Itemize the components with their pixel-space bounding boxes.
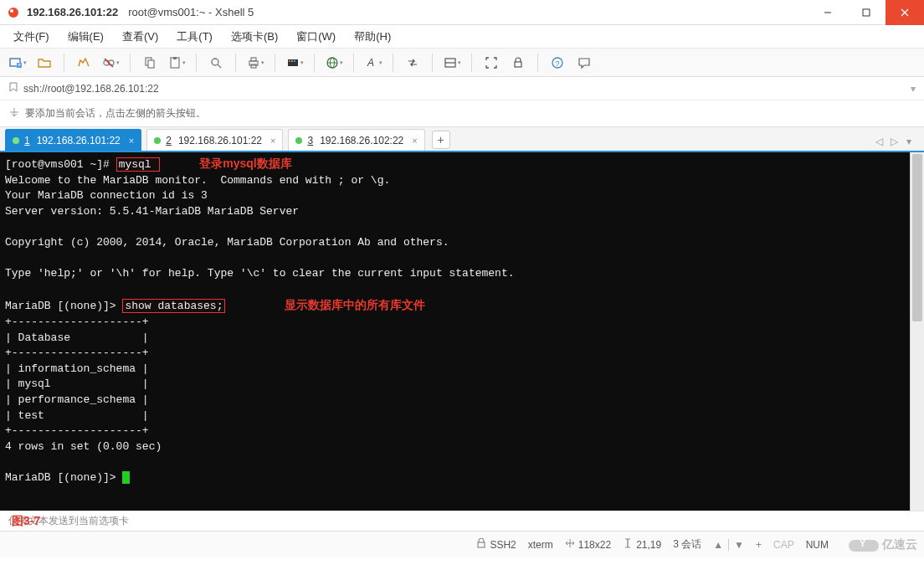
separator [432, 54, 433, 72]
minimize-button[interactable] [808, 0, 847, 25]
tab-nav-right-icon[interactable]: ▷ [887, 136, 901, 147]
cursor-block [122, 471, 130, 484]
status-size-text: 118x22 [578, 539, 611, 551]
term-line: Your MariaDB connection id is 3 [5, 189, 208, 202]
svg-line-17 [218, 64, 221, 68]
tab-2[interactable]: 2 192.168.26.101:22 × [146, 129, 283, 151]
status-plus[interactable]: + [756, 539, 762, 551]
hint-text: 要添加当前会话，点击左侧的箭头按钮。 [25, 106, 206, 121]
status-protocol: SSH2 [476, 538, 516, 551]
terminal-wrap: [root@vms001 ~]# mysql 登录mysql数据库 Welcom… [0, 152, 924, 511]
svg-rect-13 [148, 60, 154, 68]
svg-rect-24 [294, 60, 295, 62]
menu-help[interactable]: 帮助(H) [347, 26, 398, 48]
separator [314, 54, 315, 72]
svg-point-16 [212, 59, 218, 65]
title-session: 192.168.26.101:22 [27, 6, 118, 18]
status-term-type: xterm [528, 539, 553, 551]
term-line: Welcome to the MariaDB monitor. Commands… [5, 174, 390, 187]
open-session-icon[interactable] [32, 51, 57, 74]
tab-close-icon[interactable]: × [412, 136, 417, 146]
address-dropdown-icon[interactable]: ▾ [911, 83, 916, 95]
tab-close-icon[interactable]: × [270, 136, 275, 146]
annotation-show-db: 显示数据库中的所有库文件 [285, 298, 425, 311]
status-bar: SSH2 xterm 118x22 21,19 3 会话 ▲ ▼ + CAP N… [0, 531, 924, 557]
local-status-bar: 仅将文本发送到当前选项卡 图3-7 [0, 511, 924, 531]
tab-close-icon[interactable]: × [129, 136, 134, 146]
status-size: 118x22 [565, 538, 611, 551]
language-icon[interactable]: ▾ [321, 51, 346, 74]
scrollbar-thumb[interactable] [912, 154, 922, 321]
svg-point-0 [8, 8, 18, 18]
menu-tools[interactable]: 工具(T) [170, 26, 219, 48]
prompt-3: MariaDB [(none)]> [5, 471, 122, 484]
terminal-scrollbar[interactable] [910, 152, 924, 511]
terminal[interactable]: [root@vms001 ~]# mysql 登录mysql数据库 Welcom… [0, 152, 924, 511]
reconnect-icon[interactable] [71, 51, 96, 74]
tab-nav: ◁ ▷ ▾ [872, 136, 919, 147]
window-controls [808, 0, 924, 25]
search-icon[interactable] [203, 51, 228, 74]
font-icon[interactable]: A▾ [361, 51, 386, 74]
fullscreen-icon[interactable] [479, 51, 504, 74]
toolbar: +▾ ▾ ▾ ▾ ▾ ▾ A▾ ▾ ? [0, 49, 924, 77]
help-icon[interactable]: ? [545, 51, 570, 74]
status-cursor-text: 21,19 [636, 539, 661, 551]
sessions-up-icon[interactable]: ▲ [713, 539, 723, 551]
svg-rect-23 [291, 60, 293, 62]
separator [130, 54, 131, 72]
tab-bar: 1 192.168.26.101:22 × 2 192.168.26.101:2… [0, 127, 924, 152]
copy-icon[interactable] [137, 51, 162, 74]
term-line: | test | [5, 409, 149, 422]
figure-label: 图3-7 [12, 514, 40, 529]
term-line: +--------------------+ [5, 316, 149, 328]
menu-view[interactable]: 查看(V) [116, 26, 165, 48]
status-cursor: 21,19 [623, 538, 661, 551]
svg-rect-34 [478, 542, 485, 547]
address-text[interactable]: ssh://root@192.168.26.101:22 [23, 83, 159, 95]
color-scheme-icon[interactable]: ▾ [282, 51, 307, 74]
address-bar: ssh://root@192.168.26.101:22 ▾ [0, 77, 924, 100]
titlebar: 192.168.26.101:22 root@vms001:~ - Xshell… [0, 0, 924, 25]
paste-icon[interactable]: ▾ [164, 51, 189, 74]
tab-nav-left-icon[interactable]: ◁ [872, 136, 886, 147]
tab-label: 192.168.26.101:22 [37, 135, 121, 146]
status-protocol-text: SSH2 [490, 539, 516, 551]
feedback-icon[interactable] [572, 51, 597, 74]
separator [353, 54, 354, 72]
new-session-icon[interactable]: +▾ [5, 51, 30, 74]
watermark-text: 亿速云 [882, 537, 917, 552]
tab-nav-menu-icon[interactable]: ▾ [902, 136, 916, 147]
tab-1[interactable]: 1 192.168.26.101:22 × [5, 129, 141, 151]
separator [471, 54, 472, 72]
annotation-login: 登录mysql数据库 [199, 157, 291, 170]
menu-tabs[interactable]: 选项卡(B) [224, 26, 285, 48]
highlight-mysql-cmd: mysql [116, 157, 161, 172]
hint-bar: 要添加当前会话，点击左侧的箭头按钮。 [0, 100, 924, 127]
resize-icon [565, 538, 575, 551]
bookmark-icon[interactable] [8, 82, 18, 95]
menu-window[interactable]: 窗口(W) [290, 26, 342, 48]
term-line: Server version: 5.5.41-MariaDB MariaDB S… [5, 205, 299, 218]
menu-edit[interactable]: 编辑(E) [61, 26, 110, 48]
close-button[interactable] [886, 0, 924, 25]
highlight-show-db-cmd: show databases; [122, 299, 225, 313]
menubar: 文件(F) 编辑(E) 查看(V) 工具(T) 选项卡(B) 窗口(W) 帮助(… [0, 25, 924, 49]
tab-3[interactable]: 3 192.168.26.102:22 × [288, 129, 424, 151]
watermark: 亿速云 [840, 537, 917, 553]
svg-rect-31 [515, 62, 521, 67]
tab-add-button[interactable]: + [432, 131, 450, 149]
transfer-icon[interactable] [400, 51, 425, 74]
print-icon[interactable]: ▾ [243, 51, 268, 74]
maximize-button[interactable] [847, 0, 886, 25]
disconnect-icon[interactable]: ▾ [98, 51, 123, 74]
menu-file[interactable]: 文件(F) [7, 26, 56, 48]
arrow-add-icon[interactable] [8, 106, 20, 121]
svg-text:?: ? [555, 59, 559, 68]
term-line: 4 rows in set (0.00 sec) [5, 440, 162, 453]
lock-icon[interactable] [506, 51, 531, 74]
lock-small-icon [476, 538, 486, 551]
panel-icon[interactable]: ▾ [439, 51, 465, 74]
sessions-down-icon[interactable]: ▼ [734, 539, 744, 551]
term-line: | performance_schema | [5, 393, 149, 406]
